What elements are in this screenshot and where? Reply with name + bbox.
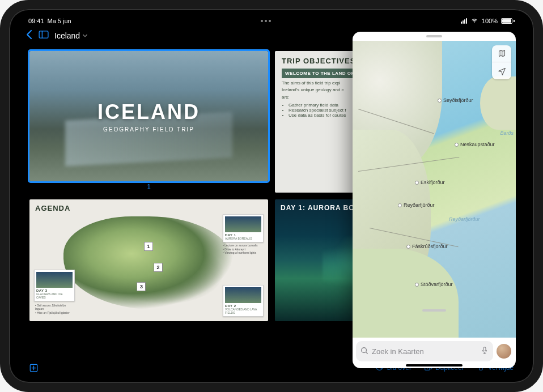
ipad-device-frame: 09:41 Ma 5 jun 100% Iceland — [0, 0, 543, 392]
dictate-icon[interactable] — [481, 347, 489, 356]
status-date: Ma 5 jun — [48, 18, 71, 24]
chevron-down-icon — [82, 31, 88, 40]
map-town-label[interactable]: Eskifjörður — [415, 180, 445, 185]
maps-slideover-panel[interactable]: Seyðisfjörður Neskaupstaður Eskifjörður … — [353, 32, 516, 368]
document-title: Iceland — [54, 31, 80, 40]
map-canvas[interactable]: Seyðisfjörður Neskaupstaður Eskifjörður … — [353, 41, 516, 338]
add-slide-button[interactable] — [29, 364, 38, 372]
battery-percent: 100% — [482, 18, 498, 24]
battery-icon — [501, 18, 515, 24]
agenda-marker-3: 3 — [137, 282, 146, 291]
map-town-label[interactable]: Seyðisfjörður — [438, 97, 473, 103]
map-water-label: Barðs — [500, 130, 514, 136]
map-town-label[interactable]: Stöðvarfjörður — [415, 282, 453, 287]
wifi-icon — [470, 18, 478, 24]
map-town-label[interactable]: Reyðarfjörður — [398, 202, 435, 208]
slide-thumbnail-1[interactable]: ICELAND GEOGRAPHY FIELD TRIP 1 — [29, 51, 268, 193]
multitask-indicator[interactable] — [261, 20, 271, 22]
slide-number-1: 1 — [29, 181, 268, 191]
maps-card-grab-handle[interactable] — [422, 309, 446, 312]
agenda-marker-1: 1 — [144, 242, 153, 251]
map-controls — [492, 45, 511, 79]
sidebar-toggle-button[interactable] — [39, 31, 49, 41]
agenda-day3-bullets: • Sail across Jökulsárlón lagoon • Hike … — [35, 304, 75, 315]
home-indicator[interactable] — [406, 364, 463, 367]
status-bar: 09:41 Ma 5 jun 100% — [15, 15, 528, 26]
status-time: 09:41 — [28, 18, 44, 24]
agenda-card-day2: DAY 2 VOLCANOES AND LAVA FIELDS — [223, 285, 264, 317]
profile-avatar[interactable] — [497, 344, 511, 359]
search-placeholder: Zoek in Kaarten — [372, 347, 424, 356]
search-icon — [360, 347, 368, 356]
document-title-dropdown[interactable]: Iceland — [54, 31, 88, 40]
agenda-day1-bullets: • Lecture on aurora borealis • Drive to … — [223, 244, 262, 255]
agenda-card-day3: DAY 3 GLACIERS AND ICE CAVES — [34, 270, 75, 301]
slide-thumbnail-3[interactable]: AGENDA 1 2 3 DAY 1 AURORA BOREALIS • Lec… — [29, 199, 268, 321]
maps-search-field[interactable]: Zoek in Kaarten — [356, 341, 493, 361]
ipad-screen: 09:41 Ma 5 jun 100% Iceland — [15, 15, 528, 377]
svg-rect-0 — [39, 31, 48, 38]
map-mode-button[interactable] — [492, 45, 511, 62]
slide1-title: ICELAND — [97, 100, 200, 124]
locate-me-button[interactable] — [492, 62, 511, 79]
slideover-grab-handle[interactable] — [353, 32, 516, 41]
slide3-heading: AGENDA — [35, 204, 262, 212]
slide3-iceland-map — [63, 216, 234, 310]
map-water-label: Reyðarfjörður — [449, 216, 480, 222]
agenda-marker-2: 2 — [154, 263, 163, 272]
svg-rect-6 — [483, 347, 486, 351]
cellular-icon — [461, 18, 467, 24]
agenda-card-day1: DAY 1 AURORA BOREALIS — [223, 214, 264, 242]
map-town-label[interactable]: Neskaupstaður — [455, 142, 495, 147]
back-button[interactable] — [25, 29, 33, 42]
map-town-label[interactable]: Fáskrúðsfjörður — [406, 244, 448, 249]
slide1-subtitle: GEOGRAPHY FIELD TRIP — [103, 126, 194, 133]
